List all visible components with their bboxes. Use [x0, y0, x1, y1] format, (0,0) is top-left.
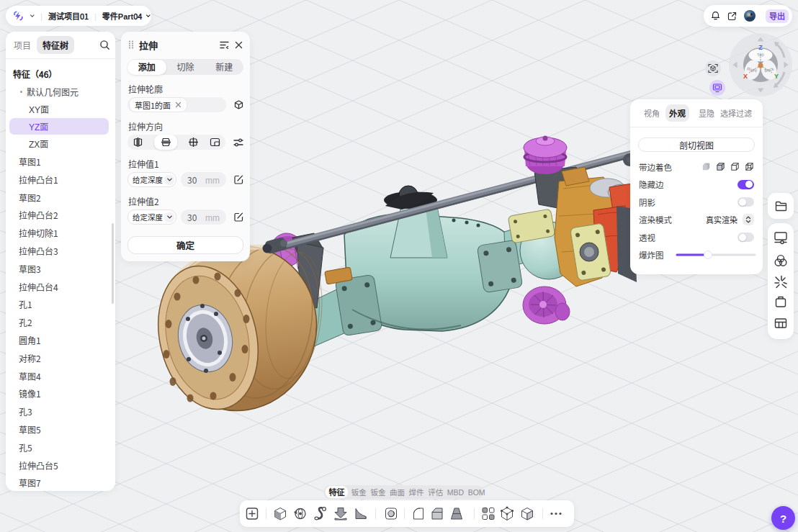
svg-text:Y: Y [774, 71, 779, 81]
svg-text:X: X [743, 71, 748, 81]
svg-text:Z: Z [758, 42, 763, 52]
